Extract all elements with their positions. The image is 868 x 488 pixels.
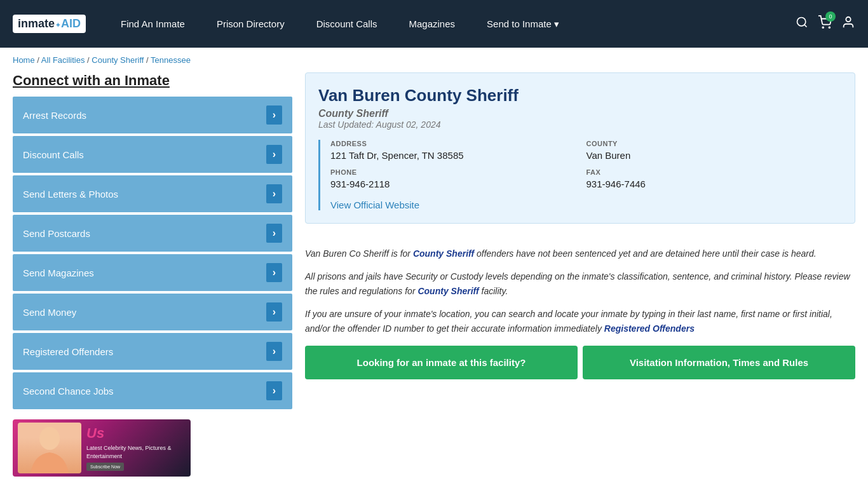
sidebar-item-send-magazines[interactable]: Send Magazines › bbox=[13, 254, 292, 291]
sidebar-arrow-icon: › bbox=[266, 105, 282, 125]
facility-card: Van Buren County Sheriff County Sheriff … bbox=[305, 72, 855, 224]
fax-value: 931-946-7446 bbox=[587, 179, 843, 189]
sidebar-arrow-icon: › bbox=[266, 381, 282, 400]
sidebar-item-label: Send Letters & Photos bbox=[23, 189, 118, 200]
svg-line-1 bbox=[804, 25, 807, 27]
sidebar-item-send-postcards[interactable]: Send Postcards › bbox=[13, 215, 292, 252]
sidebar-item-registered-offenders[interactable]: Registered Offenders › bbox=[13, 333, 292, 370]
sidebar-item-second-chance-jobs[interactable]: Second Chance Jobs › bbox=[13, 372, 292, 409]
sidebar-arrow-icon: › bbox=[266, 224, 282, 243]
desc-link-registered-offenders[interactable]: Registered Offenders bbox=[604, 323, 695, 334]
address-value: 121 Taft Dr, Spencer, TN 38585 bbox=[330, 150, 587, 161]
svg-point-5 bbox=[39, 427, 60, 450]
phone-label: PHONE bbox=[330, 168, 587, 176]
desc-para-3: If you are unsure of your inmate's locat… bbox=[305, 307, 855, 336]
phone-value: 931-946-2118 bbox=[330, 179, 587, 189]
address-label: ADDRESS bbox=[330, 140, 587, 147]
sidebar-item-label: Send Money bbox=[23, 307, 76, 318]
desc-para-2: All prisons and jails have Security or C… bbox=[305, 269, 855, 298]
logo-text-inmate: inmate bbox=[18, 17, 55, 30]
sidebar-item-label: Arrest Records bbox=[23, 110, 86, 121]
nav-send-to-inmate[interactable]: Send to Inmate ▾ bbox=[471, 18, 575, 30]
action-buttons: Looking for an inmate at this facility? … bbox=[305, 346, 855, 379]
nav-magazines[interactable]: Magazines bbox=[393, 18, 471, 29]
sidebar-arrow-icon: › bbox=[266, 145, 282, 164]
sidebar-arrow-icon: › bbox=[266, 302, 282, 322]
fax-group: FAX 931-946-7446 bbox=[587, 168, 843, 189]
logo-star: ✦ bbox=[55, 22, 60, 29]
facility-type: County Sheriff bbox=[318, 108, 842, 119]
sidebar-title: Connect with an Inmate bbox=[13, 72, 292, 89]
county-group: COUNTY Van Buren bbox=[587, 140, 843, 161]
address-group: ADDRESS 121 Taft Dr, Spencer, TN 38585 bbox=[330, 140, 587, 161]
description: Van Buren Co Sheriff is for County Sheri… bbox=[305, 236, 855, 390]
desc-link-county-sheriff-2[interactable]: County Sheriff bbox=[417, 286, 478, 296]
sidebar-item-label: Send Magazines bbox=[23, 268, 94, 278]
sidebar-arrow-icon: › bbox=[266, 184, 282, 203]
cart-count: 0 bbox=[825, 11, 836, 22]
ad-subscribe-button[interactable]: Subscribe Now bbox=[86, 463, 124, 471]
fax-label: FAX bbox=[587, 168, 843, 176]
advertisement[interactable]: Us Latest Celebrity News, Pictures & Ent… bbox=[13, 419, 191, 477]
logo[interactable]: inmate✦AID bbox=[13, 15, 86, 33]
sidebar-item-arrest-records[interactable]: Arrest Records › bbox=[13, 97, 292, 133]
svg-point-2 bbox=[822, 27, 824, 28]
desc-link-county-sheriff-1[interactable]: County Sheriff bbox=[413, 248, 474, 259]
sidebar-arrow-icon: › bbox=[266, 342, 282, 361]
breadcrumb-county-sheriff[interactable]: County Sheriff bbox=[92, 55, 144, 65]
sidebar-item-label: Second Chance Jobs bbox=[23, 386, 114, 396]
user-button[interactable] bbox=[841, 15, 855, 32]
find-inmate-button[interactable]: Looking for an inmate at this facility? bbox=[305, 346, 578, 379]
nav-prison-directory[interactable]: Prison Directory bbox=[201, 18, 301, 29]
visitation-button[interactable]: Visitation Information, Times and Rules bbox=[583, 346, 855, 379]
sidebar-menu: Arrest Records › Discount Calls › Send L… bbox=[13, 97, 292, 409]
county-value: Van Buren bbox=[587, 150, 843, 161]
phone-group: PHONE 931-946-2118 bbox=[330, 168, 587, 189]
breadcrumb-home[interactable]: Home bbox=[13, 55, 35, 65]
content-panel: Van Buren County Sheriff County Sheriff … bbox=[305, 72, 855, 477]
county-label: COUNTY bbox=[587, 140, 843, 147]
sidebar-arrow-icon: › bbox=[266, 263, 282, 282]
sidebar-item-label: Discount Calls bbox=[23, 149, 84, 160]
breadcrumb-all-facilities[interactable]: All Facilities bbox=[41, 55, 85, 65]
svg-point-3 bbox=[829, 27, 830, 28]
sidebar-item-label: Registered Offenders bbox=[23, 346, 113, 357]
nav-discount-calls[interactable]: Discount Calls bbox=[301, 18, 393, 29]
search-button[interactable] bbox=[796, 16, 808, 32]
main-nav: Find An Inmate Prison Directory Discount… bbox=[105, 18, 796, 30]
facility-updated: Last Updated: August 02, 2024 bbox=[318, 119, 842, 130]
sidebar-item-send-money[interactable]: Send Money › bbox=[13, 294, 292, 330]
sidebar-item-send-letters[interactable]: Send Letters & Photos › bbox=[13, 175, 292, 212]
svg-point-4 bbox=[846, 17, 850, 22]
header-icons: 0 bbox=[796, 15, 855, 32]
site-header: inmate✦AID Find An Inmate Prison Directo… bbox=[0, 0, 868, 48]
facility-name: Van Buren County Sheriff bbox=[318, 86, 842, 105]
facility-info: ADDRESS 121 Taft Dr, Spencer, TN 38585 C… bbox=[318, 140, 842, 210]
website-link[interactable]: View Official Website bbox=[330, 200, 419, 210]
logo-text-aid: AID bbox=[61, 17, 81, 30]
ad-logo: Us bbox=[86, 425, 186, 442]
ad-tagline: Latest Celebrity News, Pictures & Entert… bbox=[86, 444, 186, 460]
sidebar-item-label: Send Postcards bbox=[23, 228, 90, 239]
cart-button[interactable]: 0 bbox=[818, 15, 832, 32]
nav-find-inmate[interactable]: Find An Inmate bbox=[105, 18, 201, 29]
website-group: View Official Website bbox=[330, 200, 842, 210]
svg-point-0 bbox=[797, 18, 806, 26]
desc-para-1: Van Buren Co Sheriff is for County Sheri… bbox=[305, 247, 855, 261]
breadcrumb-state[interactable]: Tennessee bbox=[151, 55, 191, 65]
ad-text: Us Latest Celebrity News, Pictures & Ent… bbox=[81, 425, 186, 471]
ad-image bbox=[18, 423, 81, 473]
main-layout: Connect with an Inmate Arrest Records › … bbox=[0, 72, 868, 488]
breadcrumb: Home / All Facilities / County Sheriff /… bbox=[0, 48, 868, 72]
sidebar-item-discount-calls[interactable]: Discount Calls › bbox=[13, 136, 292, 173]
sidebar: Connect with an Inmate Arrest Records › … bbox=[13, 72, 292, 477]
